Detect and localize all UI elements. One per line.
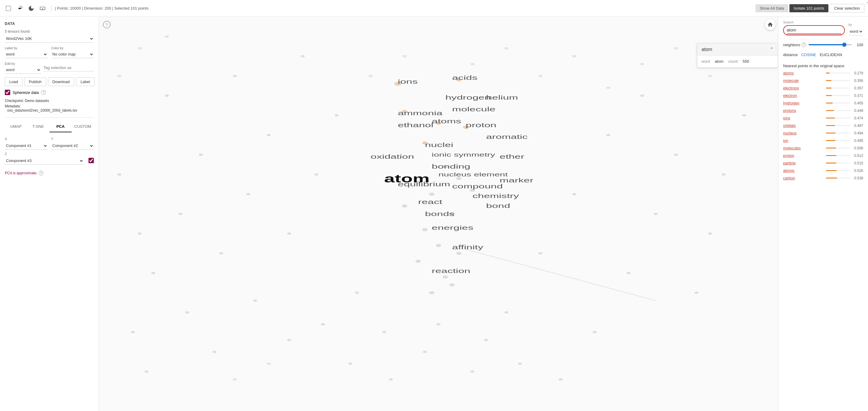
x-axis-select[interactable]: Component #1: [5, 142, 48, 150]
svg-point-47: [117, 173, 121, 176]
scatter-plot[interactable]: ions acids hydrogen helium ammonia molec…: [99, 17, 778, 411]
label-icon[interactable]: A: [38, 4, 48, 13]
axis-section: X Component #1 Y Component #2 Z Compone: [5, 137, 94, 165]
svg-point-17: [355, 292, 359, 294]
svg-point-35: [145, 371, 149, 373]
nearest-bar-wrap: [826, 110, 850, 111]
right-panel: Search .* by word neighbors ?: [778, 17, 868, 411]
home-button[interactable]: [765, 19, 776, 30]
nearest-word: particle: [783, 161, 824, 165]
label-by-group: Label by word: [5, 46, 48, 58]
projection-tabs: UMAP T-SNE PCA CUSTOM: [5, 121, 94, 132]
nearest-word: protons: [783, 108, 824, 113]
svg-point-42: [436, 323, 441, 325]
isolate-button[interactable]: Isolate 101 points: [789, 4, 829, 12]
nearest-item[interactable]: electron 0.371: [778, 92, 868, 99]
tab-custom[interactable]: CUSTOM: [72, 121, 94, 132]
nearest-item[interactable]: atoms 0.279: [778, 69, 868, 77]
cosine-option[interactable]: COSINE: [801, 53, 816, 57]
search-by-select[interactable]: word: [848, 28, 863, 35]
svg-text:A: A: [42, 7, 43, 10]
neighbors-slider[interactable]: [809, 44, 852, 45]
nearest-bar-wrap: [826, 102, 850, 104]
atom-popup-close-button[interactable]: ⌃: [770, 47, 774, 52]
clear-selection-button[interactable]: Clear selection: [830, 4, 864, 12]
svg-point-46: [593, 331, 597, 333]
nearest-word: molecules: [783, 146, 824, 150]
nearest-value: 0.506: [852, 146, 863, 150]
xy-axis-row: X Component #1 Y Component #2: [5, 137, 94, 150]
load-button[interactable]: Load: [5, 78, 23, 86]
y-axis-select[interactable]: Component #2: [51, 142, 94, 150]
tab-pca[interactable]: PCA: [50, 121, 72, 132]
nearest-item[interactable]: proton 0.512: [778, 152, 868, 159]
show-all-button[interactable]: Show All Data: [755, 4, 788, 12]
x-axis-group: X Component #1: [5, 137, 48, 150]
nearest-item[interactable]: particle 0.515: [778, 159, 868, 167]
download-button[interactable]: Download: [48, 78, 74, 86]
nearest-item[interactable]: molecules 0.506: [778, 144, 868, 152]
nearest-item[interactable]: ion 0.495: [778, 137, 868, 144]
nearest-item[interactable]: molecule 0.356: [778, 77, 868, 84]
svg-point-25: [640, 94, 644, 97]
z-axis-select[interactable]: Component #3: [5, 157, 84, 165]
y-axis-group: Y Component #2: [51, 137, 94, 150]
color-by-group: Color by No color map: [51, 46, 94, 58]
nearest-item[interactable]: orbitals 0.487: [778, 122, 868, 129]
tag-selection-input[interactable]: [43, 64, 94, 71]
nearest-item[interactable]: nucleus 0.494: [778, 129, 868, 137]
nearest-bar-wrap: [826, 80, 850, 81]
tab-tsne[interactable]: T-SNE: [27, 121, 49, 132]
approx-help-icon[interactable]: ?: [39, 171, 43, 176]
count-key: count: [728, 59, 738, 64]
svg-point-33: [131, 331, 135, 333]
svg-point-37: [253, 299, 257, 302]
euclidean-option[interactable]: EUCLIDEAN: [820, 53, 842, 57]
svg-point-14: [335, 114, 339, 117]
approx-note: PCA is approximate. ?: [5, 171, 94, 176]
edit-by-group: Edit by word: [5, 62, 41, 74]
svg-point-82: [443, 275, 448, 279]
z-axis-row: Z Component #3: [5, 152, 94, 165]
nearest-bar: [826, 155, 836, 156]
slider-thumb[interactable]: [842, 42, 846, 47]
svg-point-16: [287, 233, 291, 235]
label-by-select[interactable]: word: [5, 50, 48, 58]
svg-point-29: [695, 292, 699, 294]
nearest-bar-wrap: [826, 155, 850, 156]
search-input[interactable]: [787, 26, 841, 34]
sphereize-checkbox[interactable]: [5, 90, 10, 95]
publish-button[interactable]: Publish: [24, 78, 46, 86]
nearest-item[interactable]: ions 0.474: [778, 114, 868, 122]
neighbors-help-icon[interactable]: ?: [801, 42, 806, 47]
help-button[interactable]: ?: [102, 21, 111, 30]
word-energies: energies: [432, 224, 473, 231]
svg-point-15: [314, 173, 318, 176]
select-box-icon[interactable]: [4, 4, 13, 13]
word-atoms: atoms: [432, 118, 461, 124]
nearest-bar: [826, 95, 832, 96]
nearest-item[interactable]: hydrogen 0.405: [778, 99, 868, 107]
nearest-item[interactable]: carbon 0.538: [778, 174, 868, 182]
word-bonds: bonds: [425, 210, 455, 217]
select-sphere-icon[interactable]: [15, 4, 25, 13]
sphereize-help-icon[interactable]: ?: [41, 90, 46, 95]
sphereize-row: Sphereize data ?: [5, 90, 94, 95]
nearest-item[interactable]: electrons 0.357: [778, 84, 868, 92]
tensor-select-row: Word2Vec 10K: [5, 35, 94, 42]
z-axis-checkbox[interactable]: [89, 158, 94, 163]
svg-point-38: [287, 339, 291, 342]
nearest-word: atomic: [783, 168, 824, 173]
night-mode-icon[interactable]: [26, 4, 36, 13]
nearest-item[interactable]: atomic 0.526: [778, 167, 868, 174]
label-button[interactable]: Label: [76, 78, 94, 86]
nearest-word: molecule: [783, 78, 824, 83]
canvas-area[interactable]: ?: [99, 17, 778, 411]
svg-point-10: [267, 134, 271, 136]
tensor-select[interactable]: Word2Vec 10K: [5, 35, 94, 42]
svg-point-23: [572, 193, 577, 195]
nearest-item[interactable]: protons 0.449: [778, 107, 868, 114]
tab-umap[interactable]: UMAP: [5, 121, 27, 132]
edit-by-select[interactable]: word: [5, 66, 41, 74]
color-by-select[interactable]: No color map: [51, 50, 94, 58]
